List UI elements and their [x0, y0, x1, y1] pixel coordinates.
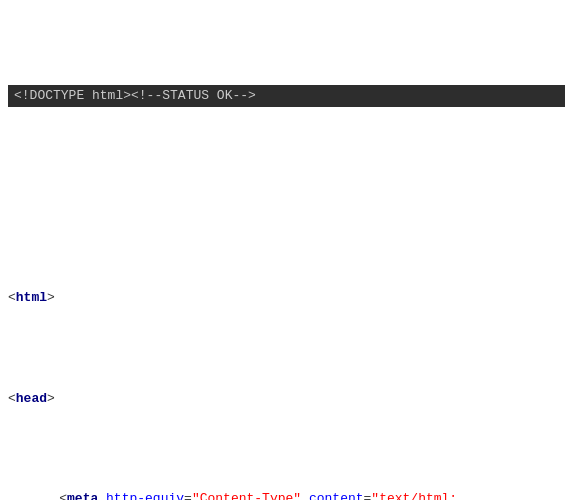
code-viewer: <!DOCTYPE html><!--STATUS OK--> <html> <… [0, 0, 565, 500]
meta-content-type: <meta http-equiv="Content-Type" content=… [8, 489, 565, 500]
head-open-tag: <head> [8, 389, 565, 409]
blank-line [8, 187, 565, 207]
html-open-tag: <html> [8, 288, 565, 308]
doctype-line: <!DOCTYPE html><!--STATUS OK--> [8, 85, 565, 107]
